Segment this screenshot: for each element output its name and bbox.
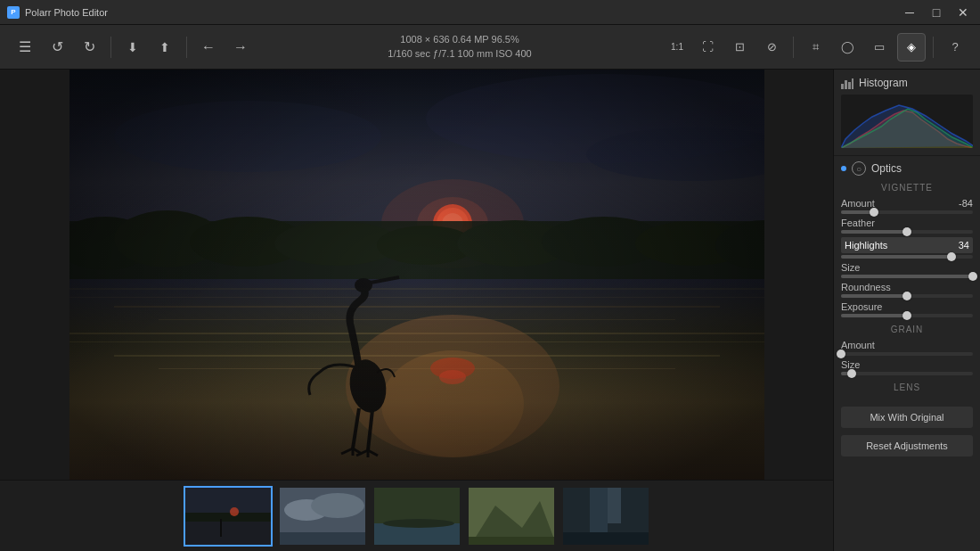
toolbar-left-group: ☰ ↺ ↻ ⬇ ⬆ ← → bbox=[11, 33, 255, 62]
grain-amount-slider: Amount bbox=[841, 340, 973, 356]
vignette-feather-track[interactable] bbox=[841, 230, 973, 234]
help-button[interactable]: ? bbox=[941, 33, 969, 62]
history-prev-button[interactable]: ↺ bbox=[43, 33, 71, 62]
app-title: Polarr Photo Editor bbox=[25, 7, 108, 18]
grain-size-slider: Size bbox=[841, 359, 973, 375]
histogram-section: Histogram bbox=[834, 70, 980, 156]
image-container[interactable] bbox=[0, 70, 833, 480]
right-panel: Histogram ○ Op bbox=[833, 70, 980, 551]
vignette-title: VIGNETTE bbox=[841, 183, 973, 193]
mix-with-original-button[interactable]: Mix With Original bbox=[841, 407, 973, 428]
histogram-label: Histogram bbox=[859, 77, 908, 89]
optics-label: Optics bbox=[871, 162, 902, 175]
titlebar: P Polarr Photo Editor ─ □ ✕ bbox=[0, 0, 980, 25]
vignette-size-slider: Size bbox=[841, 262, 973, 278]
back-button[interactable]: ← bbox=[194, 33, 223, 62]
vignette-exposure-label: Exposure bbox=[841, 301, 882, 312]
save-button[interactable]: ⬇ bbox=[118, 33, 147, 62]
maximize-button[interactable]: □ bbox=[927, 3, 946, 22]
app-icon: P bbox=[7, 6, 20, 19]
vignette-roundness-slider: Roundness bbox=[841, 282, 973, 298]
crop-button[interactable]: ⌗ bbox=[801, 33, 829, 62]
minimize-button[interactable]: ─ bbox=[900, 3, 919, 22]
divider-3 bbox=[793, 37, 794, 58]
export-button[interactable]: ⬆ bbox=[151, 33, 179, 62]
ellipse-select-button[interactable]: ◯ bbox=[833, 33, 862, 62]
vignette-exposure-track[interactable] bbox=[841, 314, 973, 317]
compare-button[interactable]: ⊡ bbox=[725, 33, 754, 62]
fit-button[interactable]: ⛶ bbox=[693, 33, 722, 62]
filmstrip-thumbnail-3[interactable] bbox=[372, 486, 461, 547]
optics-icon: ○ bbox=[852, 161, 866, 176]
image-info-line1: 1008 × 636 0.64 MP 96.5% bbox=[400, 33, 519, 46]
divider-2 bbox=[186, 37, 187, 58]
vignette-feather-label: Feather bbox=[841, 218, 875, 228]
main-photo bbox=[69, 70, 764, 480]
grain-amount-label: Amount bbox=[841, 340, 875, 350]
vignette-roundness-label: Roundness bbox=[841, 282, 891, 292]
svg-rect-50 bbox=[185, 488, 273, 547]
vignette-roundness-track[interactable] bbox=[841, 294, 973, 298]
history-next-button[interactable]: ↻ bbox=[75, 33, 103, 62]
vignette-amount-value: -84 bbox=[951, 198, 973, 209]
histogram-graph bbox=[841, 95, 973, 148]
main-area: Histogram ○ Op bbox=[0, 70, 980, 551]
vignette-exposure-slider: Exposure bbox=[841, 301, 973, 317]
image-info-line2: 1/160 sec ƒ/7.1 100 mm ISO 400 bbox=[388, 47, 531, 61]
image-info: 1008 × 636 0.64 MP 96.5% 1/160 sec ƒ/7.1… bbox=[388, 33, 531, 61]
vignette-amount-label: Amount bbox=[841, 198, 875, 209]
optics-active-dot bbox=[841, 166, 846, 171]
grain-title: GRAIN bbox=[841, 325, 973, 334]
svg-rect-63 bbox=[469, 488, 556, 547]
histogram-title: Histogram bbox=[841, 77, 973, 89]
vignette-highlights-slider: Highlights 34 bbox=[841, 237, 973, 259]
svg-rect-69 bbox=[841, 84, 844, 89]
optics-header[interactable]: ○ Optics bbox=[841, 161, 973, 176]
close-button[interactable]: ✕ bbox=[953, 3, 973, 22]
vignette-amount-slider: Amount -84 bbox=[841, 198, 973, 214]
radial-button[interactable]: ◈ bbox=[897, 33, 926, 62]
optics-section: ○ Optics VIGNETTE Amount -84 Feather bbox=[834, 156, 980, 403]
vignette-highlights-track[interactable] bbox=[841, 255, 973, 259]
vignette-feather-slider: Feather bbox=[841, 218, 973, 234]
svg-rect-59 bbox=[374, 488, 461, 547]
lens-title: LENS bbox=[841, 382, 973, 392]
titlebar-controls: ─ □ ✕ bbox=[900, 3, 973, 22]
svg-rect-70 bbox=[845, 80, 847, 89]
toolbar-right-group: 1:1 ⛶ ⊡ ⊘ ⌗ ◯ ▭ ◈ ? bbox=[665, 33, 969, 62]
filmstrip-thumbnail-5[interactable] bbox=[561, 486, 650, 547]
rect-select-button[interactable]: ▭ bbox=[865, 33, 894, 62]
svg-rect-68 bbox=[563, 488, 650, 547]
grain-amount-track[interactable] bbox=[841, 352, 973, 356]
vignette-highlights-value: 34 bbox=[947, 240, 969, 251]
vignette-amount-track[interactable] bbox=[841, 210, 973, 214]
vignette-highlights-label: Highlights bbox=[845, 240, 887, 251]
canvas-area bbox=[0, 70, 833, 551]
toolbar: ☰ ↺ ↻ ⬇ ⬆ ← → 1008 × 636 0.64 MP 96.5% 1… bbox=[0, 25, 980, 70]
zoom-1to1-button[interactable]: 1:1 bbox=[665, 33, 690, 62]
menu-button[interactable]: ☰ bbox=[11, 33, 39, 62]
svg-rect-44 bbox=[69, 70, 764, 480]
vignette-size-track[interactable] bbox=[841, 275, 973, 278]
filmstrip bbox=[0, 480, 833, 551]
filmstrip-thumbnail-1[interactable] bbox=[184, 486, 273, 547]
overlay-button[interactable]: ⊘ bbox=[757, 33, 786, 62]
filmstrip-thumbnail-4[interactable] bbox=[467, 486, 556, 547]
titlebar-left: P Polarr Photo Editor bbox=[7, 6, 108, 19]
svg-rect-55 bbox=[280, 488, 367, 547]
divider-4 bbox=[933, 37, 934, 58]
reset-adjustments-button[interactable]: Reset Adjustments bbox=[841, 435, 973, 456]
vignette-size-label: Size bbox=[841, 262, 860, 273]
histogram-icon bbox=[841, 77, 853, 89]
svg-marker-75 bbox=[841, 105, 973, 148]
forward-button[interactable]: → bbox=[226, 33, 255, 62]
svg-rect-72 bbox=[852, 78, 853, 89]
filmstrip-thumbnail-2[interactable] bbox=[278, 486, 367, 547]
divider-1 bbox=[110, 37, 111, 58]
svg-rect-71 bbox=[848, 82, 851, 89]
grain-size-track[interactable] bbox=[841, 372, 973, 375]
